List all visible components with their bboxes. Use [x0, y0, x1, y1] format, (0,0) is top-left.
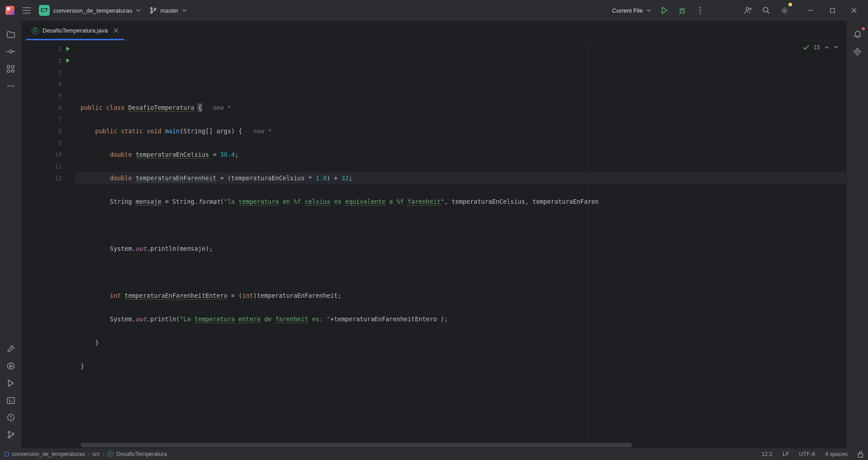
run-button[interactable]: [656, 3, 672, 18]
close-tab-button[interactable]: [113, 28, 118, 33]
line-number: 9: [52, 137, 62, 149]
project-tool-button[interactable]: [3, 27, 19, 42]
line-number: 11: [52, 160, 62, 172]
run-tool-button[interactable]: [3, 376, 19, 391]
left-tool-rail: [0, 21, 22, 448]
horizontal-scrollbar[interactable]: [22, 442, 846, 448]
minimize-button[interactable]: [800, 3, 821, 18]
editor-tabs: C DesafioTemperatura.java: [22, 21, 846, 40]
svg-point-11: [9, 50, 12, 53]
line-number: 12: [52, 172, 62, 184]
svg-point-21: [10, 419, 11, 420]
ai-assistant-button[interactable]: [850, 44, 865, 59]
chevron-down-icon: [646, 9, 651, 12]
notifications-button[interactable]: [850, 27, 865, 42]
right-tool-rail: [846, 21, 868, 448]
svg-rect-14: [7, 70, 10, 72]
search-everywhere-button[interactable]: [759, 3, 774, 18]
settings-button[interactable]: [777, 3, 792, 18]
svg-point-24: [12, 433, 14, 435]
chevron-down-icon: [136, 9, 141, 12]
svg-point-9: [783, 9, 786, 12]
svg-rect-19: [7, 398, 14, 404]
svg-rect-13: [12, 66, 14, 68]
chevron-right-icon: ›: [103, 451, 104, 457]
window-controls: [800, 3, 864, 18]
vcs-branch-selector[interactable]: master: [146, 4, 190, 17]
ide-logo: [4, 4, 16, 17]
crumb-project[interactable]: conversion_de_temperaturas: [12, 451, 85, 457]
statusbar: conversion_de_temperaturas › src › C Des…: [0, 448, 868, 460]
build-tool-button[interactable]: [3, 341, 19, 357]
svg-point-22: [8, 432, 10, 433]
close-window-button[interactable]: [844, 3, 864, 18]
run-gutter-icon[interactable]: [66, 46, 71, 52]
svg-point-2: [154, 8, 156, 10]
chevron-down-icon: [182, 9, 187, 12]
line-number: 6: [52, 102, 62, 113]
project-selector[interactable]: CT conversion_de_temperaturas: [37, 4, 143, 17]
crumb-src[interactable]: src: [92, 451, 100, 457]
file-encoding[interactable]: UTF-8: [799, 451, 815, 457]
line-separator[interactable]: LF: [783, 451, 789, 457]
code-editor[interactable]: 15 1 2 3 4 5 6 7 8 9 10 11 12: [22, 40, 846, 442]
check-icon: [803, 45, 809, 50]
main-area: C DesafioTemperatura.java 15 1 2 3 4 5: [0, 21, 868, 448]
editor-gutter[interactable]: 1 2 3 4 5 6 7 8 9 10 11 12: [22, 40, 75, 442]
line-number: 3: [52, 66, 62, 78]
next-highlight-button[interactable]: [834, 46, 838, 49]
editor-area: C DesafioTemperatura.java 15 1 2 3 4 5: [22, 21, 846, 448]
scrollbar-thumb[interactable]: [80, 443, 632, 447]
svg-point-0: [151, 8, 152, 9]
run-config-selector[interactable]: Current File: [609, 4, 654, 17]
titlebar: CT conversion_de_temperaturas master Cur…: [0, 0, 868, 21]
more-tools-button[interactable]: [3, 78, 19, 94]
main-menu-button[interactable]: [19, 3, 34, 18]
svg-point-1: [151, 12, 152, 14]
inspection-count: 15: [814, 44, 820, 51]
debug-button[interactable]: [675, 3, 690, 18]
tab-filename: DesafioTemperatura.java: [42, 27, 108, 34]
svg-point-6: [699, 12, 701, 14]
more-actions-button[interactable]: [693, 3, 708, 18]
svg-rect-26: [859, 454, 863, 457]
breadcrumbs[interactable]: conversion_de_temperaturas › src › C Des…: [5, 451, 167, 457]
editor-tab[interactable]: C DesafioTemperatura.java: [26, 21, 124, 40]
caret-position[interactable]: 12:2: [762, 451, 773, 457]
prev-highlight-button[interactable]: [825, 46, 829, 49]
maximize-button[interactable]: [822, 3, 843, 18]
line-number: 4: [52, 78, 62, 90]
svg-rect-10: [830, 8, 834, 12]
inspection-widget[interactable]: 15: [801, 43, 840, 52]
svg-point-5: [699, 9, 701, 11]
svg-point-23: [8, 437, 10, 438]
run-config-label: Current File: [612, 7, 643, 14]
line-number: 8: [52, 125, 62, 137]
svg-point-3: [680, 9, 684, 13]
line-number: 1: [52, 43, 62, 55]
structure-tool-button[interactable]: [3, 61, 19, 76]
line-number: 5: [52, 90, 62, 102]
chevron-right-icon: ›: [88, 451, 90, 457]
code-content[interactable]: public class DesafioTemperatura { new * …: [75, 40, 846, 442]
crumb-class[interactable]: DesafioTemperatura: [116, 451, 167, 457]
svg-point-25: [857, 51, 858, 52]
readonly-toggle[interactable]: [858, 451, 863, 458]
problems-tool-button[interactable]: [3, 410, 19, 425]
indent-setting[interactable]: 4 spaces: [825, 451, 848, 457]
svg-rect-12: [7, 66, 10, 68]
java-class-icon: C: [107, 451, 113, 457]
vcs-tool-button[interactable]: [3, 427, 19, 442]
line-number: 7: [52, 113, 62, 125]
commit-tool-button[interactable]: [3, 44, 19, 59]
terminal-tool-button[interactable]: [3, 393, 19, 408]
branch-name: master: [160, 7, 179, 14]
svg-point-4: [699, 7, 701, 8]
project-badge: CT: [39, 5, 50, 16]
services-tool-button[interactable]: [3, 358, 19, 374]
run-gutter-icon[interactable]: [66, 58, 71, 63]
svg-point-18: [13, 85, 14, 86]
line-number: 10: [52, 149, 62, 160]
svg-point-15: [11, 70, 14, 72]
code-with-me-button[interactable]: [741, 3, 756, 18]
